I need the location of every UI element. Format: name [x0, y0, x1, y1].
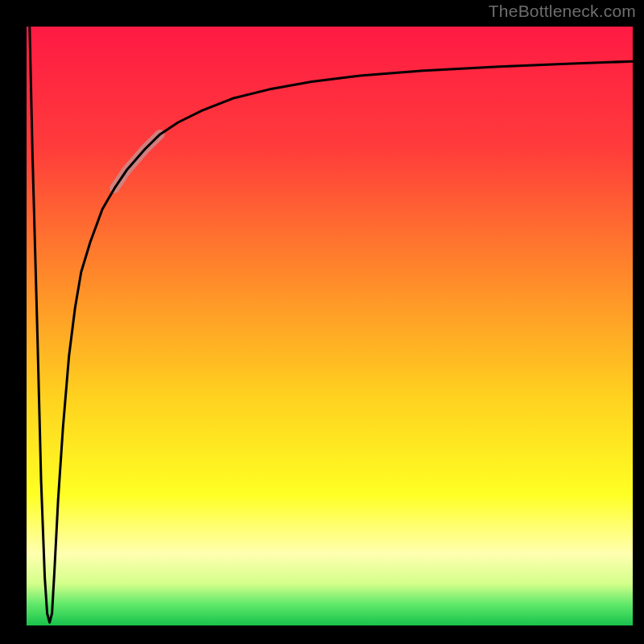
watermark-text: TheBottleneck.com [489, 2, 636, 21]
bottleneck-curve [30, 27, 633, 622]
chart-frame: TheBottleneck.com [0, 0, 644, 644]
plot-area [27, 27, 633, 625]
curve-layer [27, 27, 633, 625]
